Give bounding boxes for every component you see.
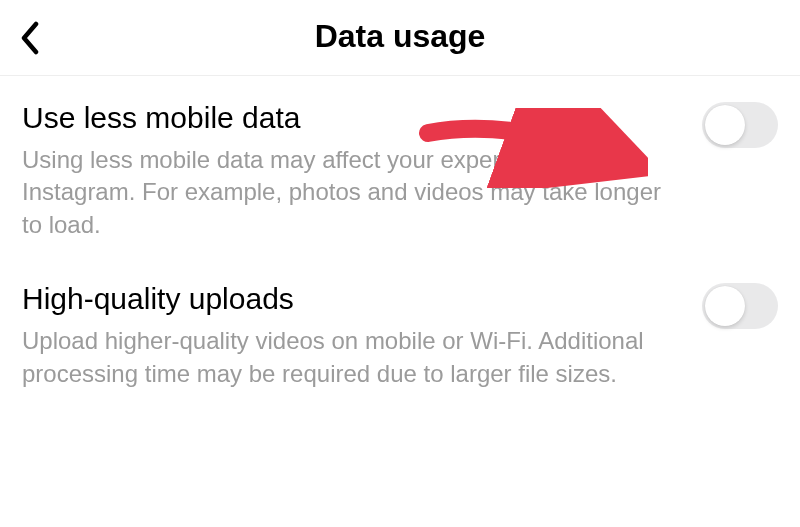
toggle-knob: [705, 286, 745, 326]
chevron-left-icon: [20, 21, 40, 55]
setting-title: Use less mobile data: [22, 100, 662, 136]
page-title: Data usage: [20, 18, 780, 55]
setting-text: High-quality uploads Upload higher-quali…: [22, 281, 702, 390]
toggle-knob: [705, 105, 745, 145]
setting-description: Upload higher-quality videos on mobile o…: [22, 325, 662, 390]
toggle-use-less-mobile-data[interactable]: [702, 102, 778, 148]
content: Use less mobile data Using less mobile d…: [0, 76, 800, 390]
setting-row-high-quality-uploads: High-quality uploads Upload higher-quali…: [22, 281, 778, 390]
header: Data usage: [0, 0, 800, 76]
setting-title: High-quality uploads: [22, 281, 662, 317]
back-button[interactable]: [20, 21, 40, 55]
toggle-high-quality-uploads[interactable]: [702, 283, 778, 329]
setting-row-use-less-mobile-data: Use less mobile data Using less mobile d…: [22, 100, 778, 241]
setting-text: Use less mobile data Using less mobile d…: [22, 100, 702, 241]
setting-description: Using less mobile data may affect your e…: [22, 144, 662, 241]
